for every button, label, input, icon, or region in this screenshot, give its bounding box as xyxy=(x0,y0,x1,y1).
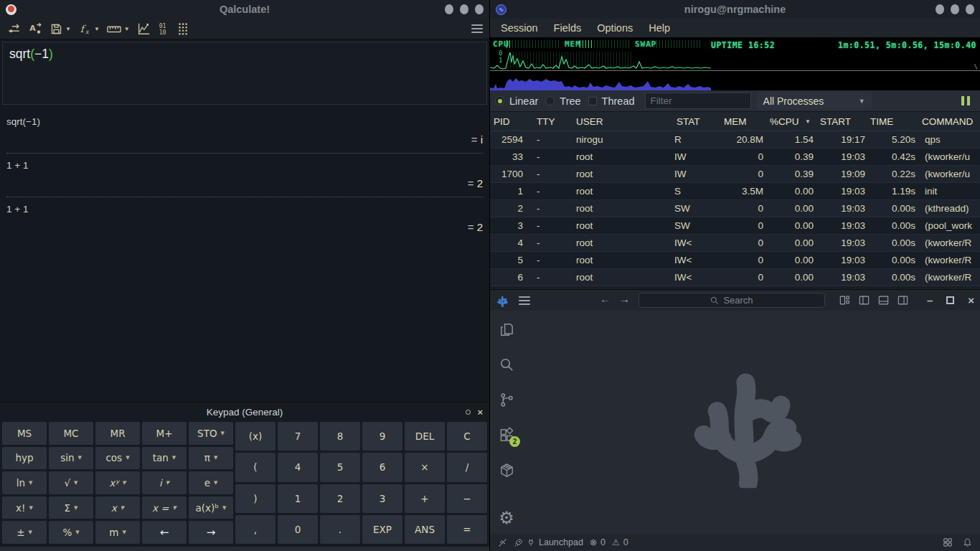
key-→[interactable]: → xyxy=(189,521,233,544)
window-button[interactable] xyxy=(951,4,959,14)
menu-session[interactable]: Session xyxy=(493,21,546,35)
error-count-item[interactable]: ⊗ 0 xyxy=(590,537,606,547)
column-header-stat[interactable]: STAT xyxy=(673,116,720,127)
disconnected-plug-icon[interactable] xyxy=(498,538,507,547)
key-ANS[interactable]: ANS xyxy=(405,515,445,544)
process-row[interactable]: 4-rootIW<00.0019:030.00s(kworker/R xyxy=(490,235,980,252)
key-±[interactable]: ±▼ xyxy=(2,521,47,544)
key-7[interactable]: 7 xyxy=(278,422,318,451)
source-control-icon[interactable] xyxy=(498,391,515,408)
history-entry[interactable]: sqrt(−1)= i xyxy=(6,110,483,154)
window-button[interactable] xyxy=(475,4,484,14)
process-row[interactable]: 33-rootIW00.3919:030.42s(kworker/u xyxy=(490,149,980,166)
thread-checkbox[interactable] xyxy=(588,97,597,105)
key-2[interactable]: 2 xyxy=(320,484,360,513)
window-button[interactable] xyxy=(966,4,974,14)
close-button[interactable]: × xyxy=(968,294,974,306)
key-hyp[interactable]: hyp xyxy=(2,447,47,470)
history-expression[interactable]: sqrt(−1) xyxy=(6,116,483,127)
key-%[interactable]: %▼ xyxy=(49,521,93,544)
key-ln[interactable]: ln▼ xyxy=(2,471,47,494)
column-header-user[interactable]: USER xyxy=(575,116,673,127)
remote-indicator-icon[interactable] xyxy=(943,537,953,547)
process-row[interactable]: 2594-niroguR20.8M1.5419:175.20sqps xyxy=(490,131,980,149)
key-tan[interactable]: tan▼ xyxy=(142,447,187,470)
key-√[interactable]: √▼ xyxy=(49,471,93,494)
key-π[interactable]: π▼ xyxy=(189,447,233,470)
history-expression[interactable]: 1 + 1 xyxy=(6,160,483,171)
process-row[interactable]: 6-rootIW<00.0019:030.00s(kworker/R xyxy=(490,269,980,286)
key-M+[interactable]: M+ xyxy=(142,422,187,445)
key-x[interactable]: x▼ xyxy=(95,496,140,519)
menu-fields[interactable]: Fields xyxy=(546,21,590,35)
history-expression[interactable]: 1 + 1 xyxy=(6,204,483,215)
functions-icon[interactable]: fx▼ xyxy=(77,22,100,36)
process-row[interactable]: 1700-rootIW00.3919:090.22s(kworker/u xyxy=(490,166,980,183)
command-search-box[interactable]: Search xyxy=(639,293,825,308)
window-button[interactable] xyxy=(445,4,453,14)
filter-input[interactable] xyxy=(645,93,751,109)
key-,[interactable]: , xyxy=(235,515,275,544)
key-a(x)ᵇ[interactable]: a(x)ᵇ▼ xyxy=(189,496,233,519)
keypad-detach-icon[interactable] xyxy=(466,410,471,415)
process-row[interactable]: 2-rootSW00.0019:030.00s(kthreadd) xyxy=(490,200,980,217)
key-EXP[interactable]: EXP xyxy=(362,515,402,544)
key-m[interactable]: m▼ xyxy=(95,521,140,544)
process-row[interactable]: 1-rootS3.5M0.0019:031.19sinit xyxy=(490,183,980,200)
key-(x)[interactable]: (x) xyxy=(235,422,275,451)
explorer-icon[interactable] xyxy=(498,321,515,338)
key-xʸ[interactable]: xʸ▼ xyxy=(95,471,140,494)
menu-help[interactable]: Help xyxy=(641,21,678,35)
key-STO[interactable]: STO▼ xyxy=(189,422,233,445)
column-header-tty[interactable]: TTY xyxy=(527,116,575,127)
toggle-panel-icon[interactable] xyxy=(877,294,890,306)
column-header-time[interactable]: TIME xyxy=(867,116,918,127)
toggle-secondary-sidebar-icon[interactable] xyxy=(897,294,909,306)
tree-radio[interactable] xyxy=(545,96,555,105)
keypad-toggle-icon[interactable] xyxy=(176,22,191,36)
menu-options[interactable]: Options xyxy=(589,21,641,35)
container-cube-icon[interactable] xyxy=(498,461,515,479)
save-icon[interactable]: ▼ xyxy=(50,22,71,36)
column-header-start[interactable]: START xyxy=(816,116,867,127)
process-scope-dropdown[interactable]: All Processes ▼ xyxy=(757,92,872,110)
minimize-button[interactable]: – xyxy=(927,294,933,306)
back-arrow-icon[interactable]: ← xyxy=(600,293,611,305)
history-result[interactable]: = 2 xyxy=(6,221,483,233)
key-DEL[interactable]: DEL xyxy=(405,422,445,451)
warning-count-item[interactable]: ⚠ 0 xyxy=(612,537,628,547)
key-5[interactable]: 5 xyxy=(320,453,360,481)
key-sin[interactable]: sin▼ xyxy=(49,447,93,470)
forward-arrow-icon[interactable]: → xyxy=(619,293,630,305)
key-C[interactable]: C xyxy=(447,422,487,451)
key-4[interactable]: 4 xyxy=(278,453,318,481)
key-←[interactable]: ← xyxy=(142,521,187,544)
launchpad-status-item[interactable]: Launchpad xyxy=(514,537,583,547)
key-cos[interactable]: cos▼ xyxy=(95,447,140,470)
process-row[interactable]: 5-rootIW<00.0019:030.00s(kworker/R xyxy=(490,252,980,269)
convert-icon[interactable]: A xyxy=(28,22,43,36)
key-i[interactable]: i▼ xyxy=(142,471,187,494)
key-=[interactable]: = xyxy=(447,515,487,544)
notifications-bell-icon[interactable] xyxy=(963,537,972,547)
key-MR[interactable]: MR xyxy=(95,422,140,445)
history-result[interactable]: = i xyxy=(6,133,483,146)
key-3[interactable]: 3 xyxy=(362,484,402,513)
key-x![interactable]: x!▼ xyxy=(2,496,47,519)
history-result[interactable]: = 2 xyxy=(6,177,483,189)
key-)[interactable]: ) xyxy=(235,484,275,513)
column-header-pctcpu[interactable]: %CPU▼ xyxy=(766,116,816,127)
menu-icon[interactable] xyxy=(519,296,530,305)
column-header-mem[interactable]: MEM xyxy=(720,116,766,127)
plot-icon[interactable] xyxy=(136,22,151,36)
key-9[interactable]: 9 xyxy=(362,422,402,451)
key-8[interactable]: 8 xyxy=(320,422,360,451)
resize-grip-icon[interactable]: \ xyxy=(974,63,978,70)
menu-icon[interactable] xyxy=(471,24,483,33)
pause-button[interactable] xyxy=(961,96,970,105)
customize-layout-icon[interactable] xyxy=(839,294,851,306)
window-button[interactable] xyxy=(936,4,944,14)
expression-input[interactable]: sqrt(−1) xyxy=(2,42,487,105)
column-header-command[interactable]: COMMAND xyxy=(918,116,980,127)
units-icon[interactable]: ▼ xyxy=(106,22,130,36)
